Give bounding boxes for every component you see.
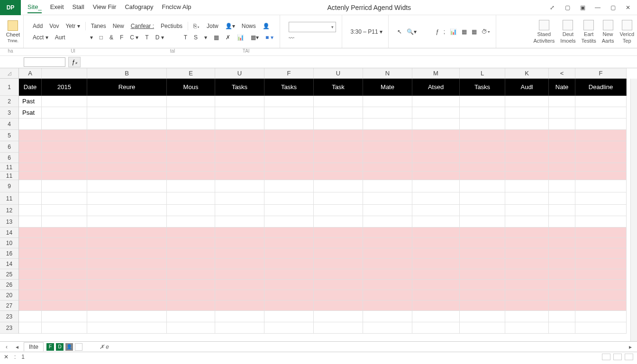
cell[interactable] (363, 153, 412, 163)
cell[interactable] (549, 238, 575, 248)
cell[interactable] (505, 280, 549, 290)
cell[interactable] (460, 130, 505, 141)
win-icon[interactable]: ▢ (562, 2, 573, 13)
cell[interactable] (314, 269, 363, 280)
cell[interactable] (167, 290, 215, 300)
cell[interactable] (575, 180, 627, 192)
cell[interactable] (314, 228, 363, 238)
cell[interactable] (167, 248, 215, 259)
cell[interactable] (505, 163, 549, 172)
cell[interactable]: Mate (363, 79, 412, 96)
cell[interactable] (314, 163, 363, 172)
cell[interactable] (42, 130, 87, 141)
cell[interactable] (363, 205, 412, 216)
cell[interactable]: Atsed (412, 79, 460, 96)
cell[interactable] (314, 141, 363, 153)
cell[interactable] (167, 153, 215, 163)
ribbon-btn[interactable]: Canfear : (129, 22, 155, 30)
cell[interactable] (167, 172, 215, 180)
cell[interactable] (264, 107, 314, 118)
cell[interactable] (264, 180, 314, 192)
close-icon[interactable]: ✕ (4, 354, 9, 360)
cell[interactable] (215, 280, 264, 290)
menu-item[interactable]: Exeit (50, 1, 64, 13)
cell[interactable] (19, 228, 42, 238)
cell[interactable] (549, 172, 575, 180)
cell[interactable] (363, 269, 412, 280)
column-header[interactable]: U (215, 68, 264, 78)
cell[interactable] (87, 248, 167, 259)
cell[interactable] (549, 311, 575, 322)
cell[interactable] (264, 228, 314, 238)
cell[interactable] (215, 269, 264, 280)
view-layout-icon[interactable] (613, 354, 622, 360)
column-header[interactable]: F (264, 68, 314, 78)
cell[interactable] (412, 107, 460, 118)
ribbon-btn[interactable]: S (192, 33, 199, 42)
cell[interactable] (215, 141, 264, 153)
cell[interactable] (575, 118, 627, 130)
column-header[interactable] (42, 68, 87, 78)
column-header[interactable]: N (363, 68, 412, 78)
cell[interactable] (167, 311, 215, 322)
cell[interactable] (412, 192, 460, 205)
cell[interactable] (460, 153, 505, 163)
cell[interactable] (460, 269, 505, 280)
cell[interactable] (87, 280, 167, 290)
cell[interactable] (575, 228, 627, 238)
cell[interactable] (87, 153, 167, 163)
cell[interactable] (314, 290, 363, 300)
ribbon-btn[interactable]: Aurt (54, 33, 67, 42)
cell[interactable] (167, 118, 215, 130)
cell[interactable] (167, 216, 215, 228)
cell[interactable] (87, 205, 167, 216)
cell[interactable] (19, 269, 42, 280)
cell[interactable] (215, 259, 264, 269)
column-header[interactable]: F (575, 68, 627, 78)
cell[interactable] (167, 96, 215, 107)
cell[interactable]: 2015 (42, 79, 87, 96)
cell[interactable] (264, 259, 314, 269)
row-header[interactable]: 6 (0, 141, 18, 153)
cell[interactable] (314, 216, 363, 228)
cell[interactable] (19, 118, 42, 130)
cell[interactable] (575, 216, 627, 228)
cell[interactable] (575, 280, 627, 290)
cell[interactable] (363, 172, 412, 180)
cell[interactable] (167, 192, 215, 205)
ribbon-btn[interactable]: New (111, 22, 126, 30)
cell[interactable] (264, 238, 314, 248)
cell[interactable] (264, 118, 314, 130)
cell[interactable] (215, 96, 264, 107)
cell[interactable] (215, 180, 264, 192)
cell[interactable] (549, 96, 575, 107)
cell[interactable] (549, 322, 575, 334)
cell[interactable] (363, 216, 412, 228)
cell[interactable] (167, 259, 215, 269)
cell[interactable] (363, 118, 412, 130)
cell[interactable] (549, 280, 575, 290)
cell[interactable] (87, 238, 167, 248)
cell-reference[interactable]: 3:30 – P11 ▾ (351, 28, 382, 35)
cell[interactable] (42, 153, 87, 163)
cell[interactable] (167, 180, 215, 192)
cell[interactable] (412, 141, 460, 153)
cell[interactable] (412, 248, 460, 259)
table-icon[interactable]: ▦ (462, 28, 467, 35)
cell[interactable]: Deadline (575, 79, 627, 96)
row-header[interactable]: 12 (0, 205, 18, 216)
cell[interactable] (505, 248, 549, 259)
cell[interactable] (264, 172, 314, 180)
cell[interactable] (460, 228, 505, 238)
cell[interactable] (264, 163, 314, 172)
cell[interactable] (505, 269, 549, 280)
cell[interactable] (167, 228, 215, 238)
cell[interactable] (363, 300, 412, 311)
cell[interactable]: Psat (19, 107, 42, 118)
cell[interactable] (264, 322, 314, 334)
cell[interactable] (215, 192, 264, 205)
cell[interactable] (87, 322, 167, 334)
cell[interactable] (42, 259, 87, 269)
cell[interactable] (167, 280, 215, 290)
cell[interactable] (215, 248, 264, 259)
